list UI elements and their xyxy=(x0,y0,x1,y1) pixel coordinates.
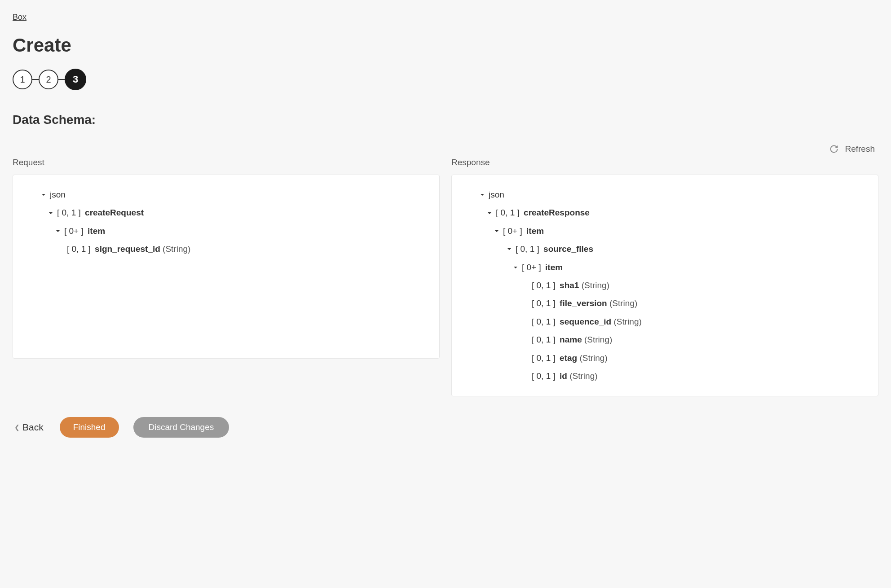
chevron-down-icon[interactable] xyxy=(506,246,513,253)
chevron-down-icon[interactable] xyxy=(512,264,519,271)
tree-node-createrequest[interactable]: [ 0, 1 ] createRequest xyxy=(22,204,430,222)
finished-button[interactable]: Finished xyxy=(60,417,119,438)
back-label: Back xyxy=(22,422,44,433)
tree-leaf-sequence-id[interactable]: [ 0, 1 ] sequence_id (String) xyxy=(461,313,869,331)
tree-node-item[interactable]: [ 0+ ] item xyxy=(22,222,430,240)
chevron-down-icon[interactable] xyxy=(486,210,493,217)
step-connector xyxy=(58,79,65,80)
step-3[interactable]: 3 xyxy=(65,69,86,90)
tree-leaf-file-version[interactable]: [ 0, 1 ] file_version (String) xyxy=(461,294,869,312)
refresh-icon xyxy=(829,145,838,154)
tree-node-label: [ 0, 1 ] file_version (String) xyxy=(532,297,637,310)
tree-node-source-files[interactable]: [ 0, 1 ] source_files xyxy=(461,240,869,258)
request-panel: json [ 0, 1 ] createRequest [ 0+ ] xyxy=(13,175,440,359)
section-title: Data Schema: xyxy=(13,113,878,127)
tree-node-label: [ 0+ ] item xyxy=(503,224,544,238)
page-title: Create xyxy=(13,35,878,56)
chevron-down-icon[interactable] xyxy=(47,210,54,217)
stepper: 1 2 3 xyxy=(13,69,878,90)
request-column: Request json [ 0, 1 ] createRequest xyxy=(13,158,440,396)
tree-leaf-sign-request-id[interactable]: [ 0, 1 ] sign_request_id (String) xyxy=(22,240,430,258)
footer-actions: ❮ Back Finished Discard Changes xyxy=(13,417,878,438)
tree-leaf-etag[interactable]: [ 0, 1 ] etag (String) xyxy=(461,349,869,367)
tree-node-item[interactable]: [ 0+ ] item xyxy=(461,222,869,240)
tree-leaf-id[interactable]: [ 0, 1 ] id (String) xyxy=(461,367,869,385)
tree-node-label: [ 0, 1 ] sha1 (String) xyxy=(532,279,609,292)
tree-leaf-name[interactable]: [ 0, 1 ] name (String) xyxy=(461,331,869,349)
tree-node-createresponse[interactable]: [ 0, 1 ] createResponse xyxy=(461,204,869,222)
response-panel: json [ 0, 1 ] createResponse [ 0+ ] xyxy=(451,175,878,396)
tree-node-label: [ 0+ ] item xyxy=(522,261,563,274)
tree-leaf-sha1[interactable]: [ 0, 1 ] sha1 (String) xyxy=(461,276,869,294)
tree-node-item[interactable]: [ 0+ ] item xyxy=(461,259,869,276)
tree-node-label: json xyxy=(50,188,66,202)
tree-node-label: [ 0, 1 ] name (String) xyxy=(532,333,612,347)
discard-changes-button[interactable]: Discard Changes xyxy=(133,417,229,438)
step-1[interactable]: 1 xyxy=(13,70,32,89)
back-button[interactable]: ❮ Back xyxy=(14,422,44,433)
tree-node-label: [ 0, 1 ] source_files xyxy=(516,242,593,256)
tree-node-json[interactable]: json xyxy=(461,186,869,204)
chevron-down-icon[interactable] xyxy=(54,228,62,235)
tree-node-label: [ 0, 1 ] createRequest xyxy=(57,206,144,219)
response-label: Response xyxy=(451,158,878,167)
chevron-left-icon: ❮ xyxy=(14,424,20,431)
tree-node-label: json xyxy=(489,188,504,202)
breadcrumb-link-box[interactable]: Box xyxy=(13,13,26,22)
chevron-down-icon[interactable] xyxy=(479,191,486,198)
request-label: Request xyxy=(13,158,440,167)
chevron-down-icon[interactable] xyxy=(493,228,500,235)
breadcrumb: Box xyxy=(13,13,878,22)
response-column: Response json [ 0, 1 ] createResponse xyxy=(451,158,878,396)
tree-node-label: [ 0, 1 ] sign_request_id (String) xyxy=(67,242,190,256)
tree-node-label: [ 0, 1 ] etag (String) xyxy=(532,351,608,365)
tree-node-label: [ 0+ ] item xyxy=(64,224,105,238)
tree-node-label: [ 0, 1 ] sequence_id (String) xyxy=(532,315,642,329)
tree-node-json[interactable]: json xyxy=(22,186,430,204)
refresh-label: Refresh xyxy=(845,144,875,154)
tree-node-label: [ 0, 1 ] createResponse xyxy=(496,206,590,219)
step-connector xyxy=(32,79,39,80)
chevron-down-icon[interactable] xyxy=(40,191,47,198)
step-2[interactable]: 2 xyxy=(39,70,58,89)
tree-node-label: [ 0, 1 ] id (String) xyxy=(532,369,598,383)
refresh-button[interactable]: Refresh xyxy=(829,144,875,154)
